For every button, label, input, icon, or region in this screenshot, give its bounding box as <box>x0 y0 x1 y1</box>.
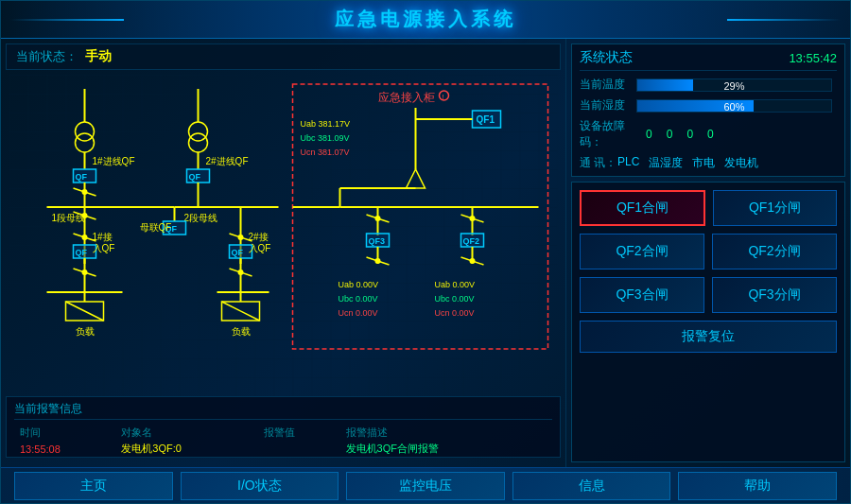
status-header: 系统状态 13:55:42 <box>580 49 837 71</box>
nav-home-button[interactable]: 主页 <box>14 472 173 500</box>
diagram-svg: 应急接入柜 ! QF <box>6 75 561 396</box>
temp-text: 29% <box>637 79 831 93</box>
svg-text:Ubc   0.00V: Ubc 0.00V <box>339 294 378 304</box>
right-panel: 系统状态 13:55:42 当前温度 29% 当前湿度 60% <box>566 39 850 467</box>
svg-text:QF: QF <box>232 248 244 257</box>
fault-val-2: 0 <box>667 128 673 141</box>
footer-nav: 主页 I/O状态 监控电压 信息 帮助 <box>1 467 850 503</box>
qf1-open-button[interactable]: QF1分闸 <box>713 190 837 226</box>
header: 应急电源接入系统 <box>1 1 850 39</box>
svg-text:Ubc   0.00V: Ubc 0.00V <box>435 294 475 304</box>
status-value: 手动 <box>85 48 112 65</box>
nav-info-button[interactable]: 信息 <box>512 472 671 500</box>
sys-time: 13:55:42 <box>789 51 837 65</box>
alarm-section: 当前报警信息 时间 对象名 报警值 报警描述 13:55:08 发电机 <box>6 396 561 458</box>
humidity-label: 当前湿度 <box>580 97 636 113</box>
svg-text:2段母线: 2段母线 <box>184 213 218 223</box>
alarm-table: 时间 对象名 报警值 报警描述 13:55:08 发电机3QF:0 发电机3QF… <box>14 424 552 458</box>
alarm-reset-button[interactable]: 报警复位 <box>580 321 837 353</box>
svg-text:Ucn   0.00V: Ucn 0.00V <box>339 308 378 318</box>
fault-val-1: 0 <box>646 128 652 141</box>
fault-label: 设备故障码： <box>580 118 646 150</box>
comm-label: 通 讯： <box>580 155 617 171</box>
qf3-row: QF3合闸 QF3分闸 <box>580 277 837 313</box>
svg-text:1#进线QF: 1#进线QF <box>93 156 135 166</box>
svg-text:!: ! <box>443 93 444 101</box>
diagram-container: 应急接入柜 ! QF <box>6 75 561 396</box>
svg-point-74 <box>375 216 381 221</box>
svg-text:负载: 负载 <box>76 326 95 337</box>
nav-help-button[interactable]: 帮助 <box>678 472 837 500</box>
svg-text:Uab   0.00V: Uab 0.00V <box>339 280 379 289</box>
svg-text:Ucn  381.07V: Ucn 381.07V <box>301 148 350 157</box>
fault-values: 0 0 0 0 <box>646 128 714 141</box>
qf1-close-button[interactable]: QF1合闸 <box>580 190 705 226</box>
humidity-progress: 60% <box>636 99 832 113</box>
control-buttons: QF1合闸 QF1分闸 QF2合闸 QF2分闸 QF3合闸 QF3分闸 报警复位 <box>571 182 845 462</box>
alarm-col-desc: 报警描述 <box>342 426 550 440</box>
nav-io-button[interactable]: I/O状态 <box>181 472 339 500</box>
svg-text:Ucn   0.00V: Ucn 0.00V <box>435 308 475 318</box>
svg-point-13 <box>82 189 88 195</box>
humidity-text: 60% <box>637 100 831 113</box>
svg-text:Uab  381.17V: Uab 381.17V <box>301 119 351 129</box>
status-label: 当前状态： <box>16 48 78 65</box>
svg-text:QF: QF <box>76 248 88 257</box>
sys-status-title: 系统状态 <box>580 49 633 66</box>
svg-text:QF: QF <box>189 172 201 182</box>
qf1-row: QF1合闸 QF1分闸 <box>580 190 837 226</box>
svg-point-87 <box>470 258 476 264</box>
svg-text:入QF: 入QF <box>249 243 271 253</box>
qf2-open-button[interactable]: QF2分闸 <box>712 234 837 269</box>
comm-generator: 发电机 <box>724 155 758 171</box>
system-status: 系统状态 13:55:42 当前温度 29% 当前湿度 60% <box>571 43 845 177</box>
comm-mains: 市电 <box>692 155 715 171</box>
alarm-time: 13:55:08 <box>16 442 115 456</box>
alarm-col-time: 时间 <box>16 426 115 440</box>
main-container: 应急电源接入系统 当前状态： 手动 <box>0 0 851 504</box>
svg-point-82 <box>470 216 476 221</box>
alarm-device: 发电机3QF:0 <box>117 442 257 456</box>
left-panel: 当前状态： 手动 应急接入柜 <box>1 39 566 467</box>
svg-text:入QF: 入QF <box>93 243 115 253</box>
comm-temp-hum: 温湿度 <box>649 155 683 171</box>
svg-point-57 <box>238 269 244 275</box>
alarm-value <box>260 442 340 456</box>
svg-text:QF1: QF1 <box>477 114 495 125</box>
svg-text:2#接: 2#接 <box>249 232 269 242</box>
svg-text:QF2: QF2 <box>463 236 480 246</box>
comm-items: PLC 温湿度 市电 发电机 <box>617 155 758 171</box>
svg-point-50 <box>238 235 244 240</box>
humidity-row: 当前湿度 60% <box>580 97 837 113</box>
content-area: 当前状态： 手动 应急接入柜 <box>1 39 850 467</box>
comm-row: 通 讯： PLC 温湿度 市电 发电机 <box>580 155 837 171</box>
fault-row: 设备故障码： 0 0 0 0 <box>580 118 837 150</box>
nav-monitor-button[interactable]: 监控电压 <box>346 472 505 500</box>
comm-plc: PLC <box>617 155 639 171</box>
temp-progress: 29% <box>636 78 832 92</box>
svg-text:母联QF: 母联QF <box>140 222 172 233</box>
temp-label: 当前温度 <box>580 77 636 93</box>
svg-text:2#进线QF: 2#进线QF <box>206 156 249 166</box>
alarm-col-value: 报警值 <box>260 426 340 440</box>
alarm-desc: 发电机3QF合闸报警 <box>342 442 550 456</box>
temp-row: 当前温度 29% <box>580 77 837 93</box>
qf2-close-button[interactable]: QF2合闸 <box>580 234 704 269</box>
svg-point-79 <box>375 258 381 264</box>
svg-text:应急接入柜: 应急接入柜 <box>378 91 435 104</box>
svg-text:QF3: QF3 <box>369 236 386 246</box>
alarm-col-device: 对象名 <box>117 426 257 440</box>
svg-text:Uab   0.00V: Uab 0.00V <box>435 280 476 289</box>
alarm-title: 当前报警信息 <box>14 401 552 420</box>
alarm-row: 13:55:08 发电机3QF:0 发电机3QF合闸报警 <box>16 442 550 456</box>
qf3-open-button[interactable]: QF3分闸 <box>712 277 837 313</box>
qf3-close-button[interactable]: QF3合闸 <box>580 277 704 313</box>
header-deco-left <box>10 19 124 21</box>
fault-val-3: 0 <box>686 128 693 141</box>
svg-text:1#接: 1#接 <box>93 232 113 242</box>
svg-point-42 <box>82 269 88 275</box>
svg-text:Ubc  381.09V: Ubc 381.09V <box>301 133 350 143</box>
svg-text:负载: 负载 <box>232 326 251 337</box>
qf2-row: QF2合闸 QF2分闸 <box>580 234 837 269</box>
status-bar: 当前状态： 手动 <box>6 43 561 70</box>
